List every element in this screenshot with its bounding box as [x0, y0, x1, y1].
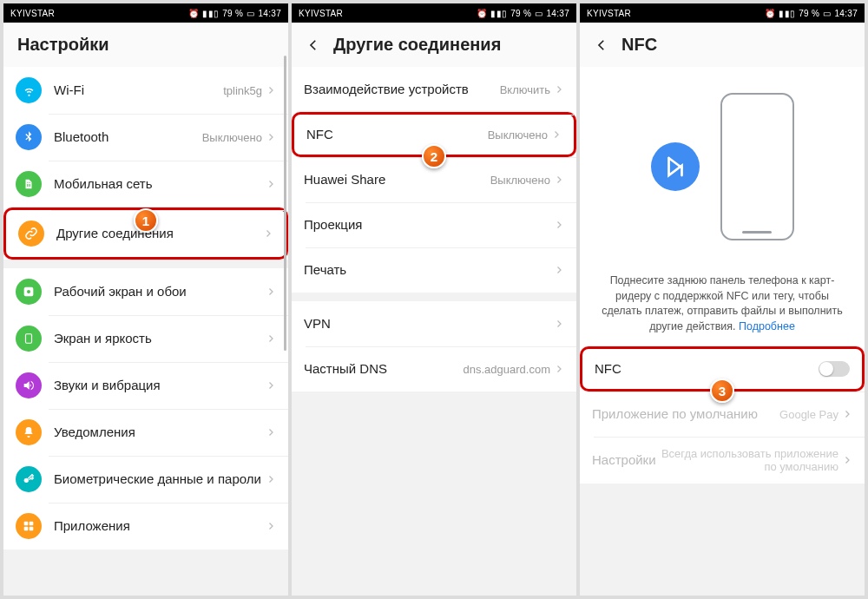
row-label: Печать: [304, 262, 554, 279]
step-badge-3: 3: [710, 378, 734, 403]
nfc-illustration: [580, 67, 865, 267]
chevron-right-icon: [266, 132, 276, 142]
row-: НастройкиВсегда использовать приложение …: [580, 437, 865, 484]
svg-rect-7: [30, 527, 34, 531]
row-[interactable]: Взаимодействие устройствВключить: [292, 67, 576, 112]
row-label: Мобильная сеть: [54, 176, 266, 193]
row-label: Экран и яркость: [54, 331, 266, 347]
status-right: ⏰ ▮▮▯ 79 % ▭ 14:37: [188, 9, 281, 18]
chevron-right-icon: [266, 521, 276, 531]
row-label: Звуки и вибрация: [54, 378, 266, 394]
chevron-right-icon: [266, 85, 276, 95]
row-nfc[interactable]: NFCВыключено2: [292, 112, 576, 157]
bell-icon: [16, 419, 42, 445]
row-[interactable]: Уведомления: [3, 409, 288, 456]
row-[interactable]: Рабочий экран и обои: [3, 268, 288, 315]
row-label: Уведомления: [54, 425, 266, 441]
row-[interactable]: Приложения: [3, 503, 288, 550]
row-value: dns.adguard.com: [464, 363, 550, 376]
chevron-right-icon: [266, 427, 276, 438]
svg-rect-4: [24, 522, 29, 526]
screen-header: NFC: [580, 23, 865, 67]
carrier: KYIVSTAR: [299, 9, 343, 18]
connections-list: Взаимодействие устройствВключитьNFCВыклю…: [292, 67, 576, 596]
chevron-right-icon: [554, 364, 564, 374]
row-label: Приложение по умолчанию: [592, 406, 779, 423]
nfc-description: Поднесите заднюю панель телефона к карт-…: [580, 267, 865, 346]
row-nfc[interactable]: NFC3: [580, 346, 865, 392]
row-label: Другие соединения: [56, 226, 263, 242]
row-value: Выключено: [488, 128, 548, 142]
status-right: ⏰ ▮▮▯ 79 % ▭ 14:37: [765, 9, 858, 18]
row-[interactable]: Мобильная сеть: [3, 161, 288, 207]
apps-icon: [16, 513, 42, 539]
signal-icon: ▮▮▯: [490, 9, 507, 18]
row-[interactable]: Звуки и вибрация: [3, 362, 288, 409]
row-vpn[interactable]: VPN: [292, 301, 576, 346]
row-label: Взаимодействие устройств: [304, 82, 500, 98]
nfc-toggle[interactable]: [819, 361, 850, 377]
status-bar: KYIVSTAR ⏰ ▮▮▯ 79 % ▭ 14:37: [580, 3, 865, 23]
link-icon: [18, 221, 44, 247]
sound-icon: [16, 372, 42, 398]
svg-rect-5: [30, 522, 34, 526]
home-icon: [16, 279, 42, 305]
row-dns[interactable]: Частный DNSdns.adguard.com: [292, 346, 576, 392]
title-text: Другие соединения: [333, 35, 501, 55]
svg-rect-2: [26, 334, 32, 344]
phone-settings: KYIVSTAR ⏰ ▮▮▯ 79 % ▭ 14:37 Настройки Wi…: [3, 3, 288, 596]
status-bar: KYIVSTAR ⏰ ▮▮▯ 79 % ▭ 14:37: [3, 3, 288, 23]
row-label: Частный DNS: [304, 361, 464, 378]
chevron-right-icon: [266, 179, 276, 189]
signal-icon: ▮▮▯: [202, 9, 219, 18]
learn-more-link[interactable]: Подробнее: [739, 320, 795, 332]
chevron-right-icon: [554, 174, 564, 185]
chevron-right-icon: [842, 455, 852, 465]
status-bar: KYIVSTAR ⏰ ▮▮▯ 79 % ▭ 14:37: [292, 3, 576, 23]
device-outline-icon: [720, 93, 794, 240]
bright-icon: [16, 326, 42, 352]
row-value: Выключено: [490, 174, 550, 187]
row-[interactable]: Проекция: [292, 202, 576, 247]
step-badge-1: 1: [134, 208, 158, 233]
chevron-right-icon: [266, 380, 276, 391]
row-bluetooth[interactable]: BluetoothВыключено: [3, 114, 288, 161]
back-button[interactable]: [306, 37, 321, 53]
svg-point-3: [24, 478, 29, 483]
scrollbar[interactable]: [284, 56, 286, 351]
bt-icon: [16, 124, 42, 150]
row-[interactable]: Биометрические данные и пароли: [3, 456, 288, 503]
key-icon: [16, 466, 42, 492]
row-label: Рабочий экран и обои: [54, 284, 266, 300]
chevron-right-icon: [263, 228, 273, 239]
chevron-right-icon: [266, 286, 276, 297]
row-value: Всегда использовать приложение по умолча…: [656, 447, 838, 473]
row-[interactable]: Другие соединения1: [3, 207, 288, 260]
battery-icon: ▭: [247, 9, 254, 18]
chevron-right-icon: [554, 84, 564, 95]
status-right: ⏰ ▮▮▯ 79 % ▭ 14:37: [477, 9, 569, 18]
chevron-right-icon: [554, 220, 564, 230]
time: 14:37: [258, 9, 281, 18]
row-label: VPN: [304, 316, 554, 332]
svg-point-1: [27, 290, 30, 293]
row-[interactable]: Печать: [292, 247, 576, 293]
chevron-right-icon: [266, 474, 276, 484]
alarm-icon: ⏰: [477, 9, 487, 18]
nfc-icon: [651, 142, 700, 191]
row-[interactable]: Экран и яркость: [3, 315, 288, 362]
row-label: Wi-Fi: [54, 82, 223, 99]
row-wi-fi[interactable]: Wi-Fitplink5g: [3, 67, 288, 114]
carrier: KYIVSTAR: [587, 9, 631, 18]
chevron-right-icon: [554, 319, 564, 329]
settings-list: Wi-Fitplink5gBluetoothВыключеноМобильная…: [3, 67, 288, 596]
back-button[interactable]: [594, 37, 609, 53]
screen-title: Настройки: [3, 23, 288, 67]
phone-nfc: KYIVSTAR ⏰ ▮▮▯ 79 % ▭ 14:37 NFC Поднесит…: [580, 3, 865, 596]
row-value: tplink5g: [223, 84, 262, 97]
row-value: Google Pay: [779, 408, 838, 421]
alarm-icon: ⏰: [765, 9, 775, 18]
phone-other-connections: KYIVSTAR ⏰ ▮▮▯ 79 % ▭ 14:37 Другие соеди…: [292, 3, 576, 596]
battery-icon: ▭: [535, 9, 542, 18]
row-value: Включить: [500, 83, 550, 96]
